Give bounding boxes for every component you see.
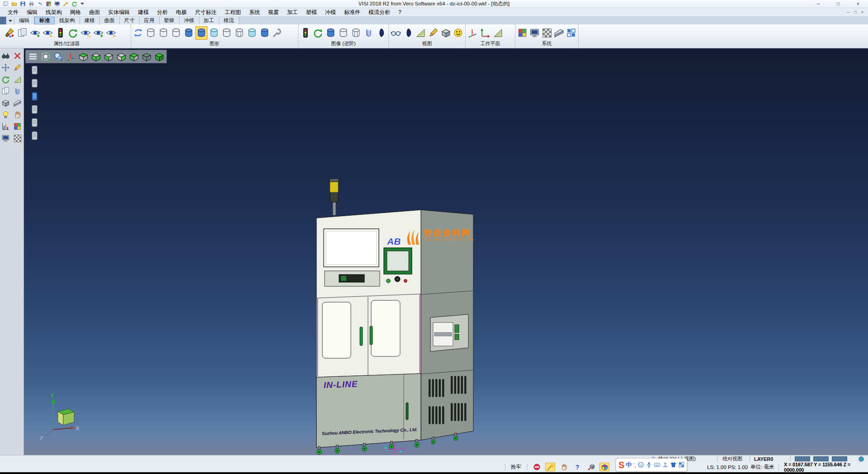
tab-dimension[interactable]: 尺寸 xyxy=(120,17,140,24)
filter-page-icon-6[interactable] xyxy=(31,131,38,141)
mdi-restore-icon[interactable]: □ xyxy=(854,10,856,14)
plane-section-icon[interactable] xyxy=(553,26,565,40)
view-iso-shaded-cube-icon[interactable] xyxy=(153,51,165,62)
shade-white-icon[interactable] xyxy=(337,26,349,40)
grid-snap-icon[interactable] xyxy=(541,26,552,40)
viewport-3d-canvas[interactable]: AB IN-LINE xyxy=(24,48,868,455)
axis-orientation-icon[interactable] xyxy=(65,51,77,62)
move-translate-icon[interactable] xyxy=(0,62,11,73)
filter-page-icon-1[interactable] xyxy=(31,65,38,75)
menu-item-solid-edit[interactable]: 实体编辑 xyxy=(104,9,134,16)
no-entry-icon[interactable] xyxy=(532,463,542,471)
delete-x-icon[interactable] xyxy=(12,51,23,61)
tab-surface[interactable]: 曲面 xyxy=(100,17,120,24)
zoom-dynamic-icon[interactable] xyxy=(52,51,64,62)
restore-button[interactable]: □ xyxy=(828,0,848,8)
menu-item-file[interactable]: 文件 xyxy=(4,9,23,16)
mdi-close-icon[interactable]: × xyxy=(861,10,863,14)
ime-language-toggle[interactable]: 中 xyxy=(626,461,632,469)
section-wedge-icon[interactable] xyxy=(12,98,23,108)
view-menu-icon[interactable] xyxy=(27,51,39,62)
ime-logo-icon[interactable]: S xyxy=(618,460,624,469)
menu-item-standard-parts[interactable]: 标准件 xyxy=(340,9,364,16)
units-indicator[interactable]: 单位: 毫米 xyxy=(750,462,774,472)
menu-item-mold[interactable]: 塑模 xyxy=(302,9,321,16)
menu-item-wireframe[interactable]: 线架构 xyxy=(42,9,66,16)
attach-clip-icon[interactable] xyxy=(12,86,23,96)
lightbulb-icon[interactable] xyxy=(0,109,11,120)
shade-wire-icon[interactable] xyxy=(350,26,362,40)
hand-select-icon[interactable] xyxy=(12,109,23,120)
annotate-pencil-icon[interactable] xyxy=(427,26,439,40)
ime-emoji-icon[interactable] xyxy=(637,461,644,469)
binoculars-search-icon[interactable] xyxy=(0,51,11,61)
edit-pencil-icon[interactable] xyxy=(12,62,23,73)
print-icon[interactable] xyxy=(28,0,35,7)
rotate-icon[interactable] xyxy=(0,74,11,85)
view-glasses-icon[interactable] xyxy=(390,26,402,40)
view-iso-wire-cube-icon[interactable] xyxy=(141,51,153,62)
wireframe-style-icon[interactable] xyxy=(145,26,157,40)
transparent-style-icon[interactable] xyxy=(208,26,220,40)
hidden-line-style-icon[interactable] xyxy=(157,26,170,40)
menu-item-electrode[interactable]: 电极 xyxy=(172,9,191,16)
render-style-icon[interactable] xyxy=(259,26,271,40)
tab-mold[interactable]: 塑膜 xyxy=(160,17,179,24)
solid-cube-icon[interactable] xyxy=(0,98,11,108)
view-top-cube-icon[interactable] xyxy=(77,51,90,62)
menu-item-system[interactable]: 系统 xyxy=(245,9,264,16)
color-swatch-2[interactable] xyxy=(813,456,829,461)
tab-application[interactable]: 应用 xyxy=(140,17,160,24)
tab-dropdown-icon[interactable] xyxy=(6,17,14,24)
view-left-cube-icon[interactable] xyxy=(128,51,140,62)
shaded-cube-icon[interactable] xyxy=(599,463,609,471)
measure-icon[interactable] xyxy=(415,26,427,40)
ime-toolbox-icon[interactable] xyxy=(678,461,685,469)
render-refresh-icon[interactable] xyxy=(312,26,324,40)
tab-wireframe[interactable]: 线架构 xyxy=(55,17,80,24)
undo-icon[interactable] xyxy=(36,0,43,7)
attach-image-icon[interactable] xyxy=(363,26,375,40)
copy-attributes-icon[interactable] xyxy=(16,26,28,40)
layout-grid-icon[interactable] xyxy=(566,26,577,40)
chart-icon[interactable] xyxy=(0,121,11,132)
workplane-3d-axis-icon[interactable] xyxy=(467,26,479,40)
monitor-icon[interactable] xyxy=(53,0,61,7)
menu-item-window[interactable]: 视窗 xyxy=(264,9,283,16)
menu-item-surface[interactable]: 曲面 xyxy=(85,9,104,16)
view-bottom-cube-icon[interactable] xyxy=(90,51,102,62)
hide-all-eye-icon[interactable] xyxy=(105,26,117,40)
toggle-visibility-eye-icon[interactable] xyxy=(80,26,92,40)
menu-item-dimension[interactable]: 尺寸标注 xyxy=(191,9,221,16)
copy-pages-icon[interactable] xyxy=(0,86,11,96)
workplane-xy-axis-icon[interactable] xyxy=(479,26,491,40)
save-icon[interactable] xyxy=(19,0,26,7)
menu-item-modeling[interactable]: 建模 xyxy=(134,9,153,16)
show-add-eye-icon[interactable] xyxy=(29,26,41,40)
hand-grab-icon[interactable] xyxy=(559,463,569,471)
refresh-icon[interactable] xyxy=(71,0,78,7)
menu-item-help[interactable]: ? xyxy=(394,9,406,15)
ime-skin-icon[interactable] xyxy=(670,461,677,469)
ime-microphone-icon[interactable] xyxy=(646,461,652,469)
color-swatch-1[interactable] xyxy=(795,456,810,461)
tab-machining[interactable]: 加工 xyxy=(199,17,219,24)
filter-page-icon-2[interactable] xyxy=(31,78,38,88)
zoom-fit-icon[interactable] xyxy=(39,51,52,62)
view-front-cube-icon[interactable] xyxy=(103,51,115,62)
render-filter-icon[interactable] xyxy=(299,26,311,40)
graphics-settings-icon[interactable] xyxy=(271,26,283,40)
workplane-by-face-icon[interactable] xyxy=(492,26,504,40)
lock-toggle[interactable]: 拴牢 xyxy=(511,462,521,472)
menu-item-mesh[interactable]: 网格 xyxy=(66,9,85,16)
help-icon[interactable]: ? xyxy=(572,463,582,471)
menu-item-die[interactable]: 冲模 xyxy=(321,9,340,16)
minimize-button[interactable]: ─ xyxy=(808,0,828,8)
filter-page-icon-3-active[interactable] xyxy=(31,91,38,101)
color-swatch-3[interactable] xyxy=(832,456,847,461)
show-all-eye-icon[interactable] xyxy=(92,26,104,40)
new-file-icon[interactable] xyxy=(2,0,9,7)
flat-style-icon[interactable] xyxy=(221,26,233,40)
palette-grid-icon[interactable] xyxy=(12,121,23,132)
active-layer-indicator[interactable]: LAYER0 xyxy=(754,455,773,462)
